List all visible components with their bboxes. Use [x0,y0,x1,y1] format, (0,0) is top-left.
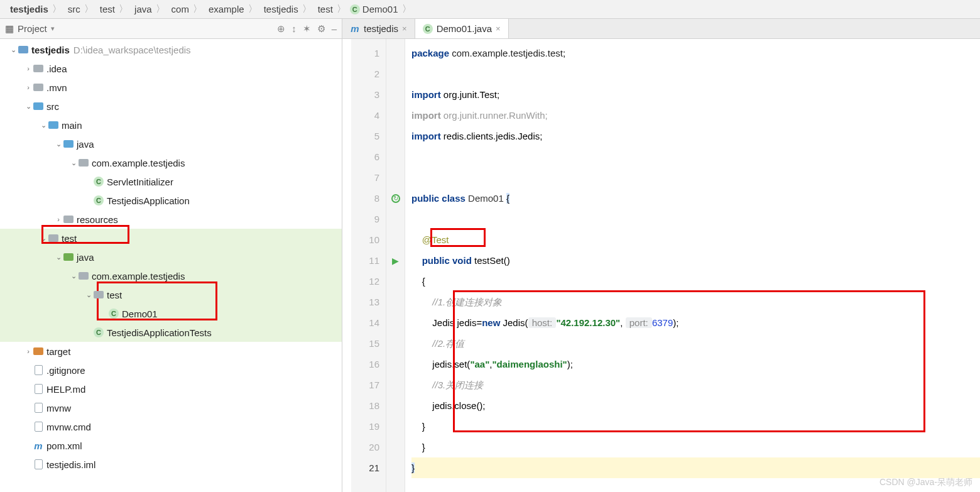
expand-icon[interactable]: › [24,84,33,91]
tree-label: java [77,139,94,150]
breadcrumb-item[interactable]: com [166,4,192,14]
expand-icon[interactable]: ⌄ [54,140,63,148]
line-number[interactable]: 19 [351,416,386,437]
tree-node[interactable]: ›target [0,342,342,361]
breadcrumb-label: testjedis [10,4,48,14]
tree-node[interactable]: ⌄src [0,97,342,116]
folder-icon [48,119,59,131]
tree-node[interactable]: .gitignore [0,361,342,380]
tree-label: testjedis.iml [46,459,95,470]
tree-node[interactable]: ⌄com.example.testjedis [0,153,342,172]
close-icon[interactable]: × [402,24,407,33]
tree-node[interactable]: HELP.md [0,380,342,398]
expand-icon[interactable]: › [54,216,63,223]
tree-node[interactable]: ›resources [0,210,342,229]
breadcrumb-item[interactable]: testjedis [259,4,301,14]
line-number[interactable]: 16 [351,354,386,374]
line-number[interactable]: 5 [351,126,386,146]
tree-label: mvnw.cmd [46,422,91,432]
tree-node[interactable]: ›.idea [0,59,342,78]
code-editor[interactable]: 123456789101112131415161718192021 ↻▶ pac… [342,39,980,492]
tree-node[interactable]: mvnw [0,398,342,417]
toolbar-action[interactable]: – [332,23,337,35]
tree-node[interactable]: ⌄test [0,229,342,248]
line-number[interactable]: 6 [351,146,386,167]
chevron-right-icon: 〉 [301,3,313,15]
breadcrumb-item[interactable]: java [129,4,155,14]
tree-node[interactable]: ⌄main [0,116,342,134]
tree-node[interactable]: Demo01 [0,304,342,323]
line-number[interactable]: 13 [351,292,386,312]
close-icon[interactable]: × [496,24,501,33]
file-icon [33,383,44,395]
line-number[interactable]: 14 [351,312,386,333]
line-number[interactable]: 4 [351,105,386,126]
expand-icon[interactable]: ⌄ [24,102,33,111]
tree-label: Demo01 [122,309,158,319]
tree-node[interactable]: ServletInitializer [0,172,342,191]
breadcrumb-label: test [100,4,115,14]
line-number[interactable]: 10 [351,229,386,250]
tree-label: .mvn [46,82,67,93]
expand-icon[interactable]: ⌄ [39,121,48,129]
project-tree[interactable]: ⌄testjedisD:\idea_warkspace\testjedis›.i… [0,39,342,492]
folder-icon [48,232,59,244]
run-test-icon[interactable]: ▶ [386,250,405,271]
dropdown-icon[interactable]: ▾ [51,25,55,33]
expand-icon[interactable]: ⌄ [39,234,48,243]
line-number[interactable]: 17 [351,374,386,395]
tree-node[interactable]: ⌄com.example.testjedis [0,266,342,285]
breadcrumb-item[interactable]: test [95,4,117,14]
line-number[interactable]: 1 [351,43,386,63]
expand-icon[interactable]: ⌄ [84,291,93,299]
toolbar-action[interactable]: ↕ [291,23,297,35]
class-icon [93,195,104,206]
expand-icon[interactable]: › [24,65,33,72]
file-icon [33,459,44,470]
tree-node[interactable]: testjedis.iml [0,455,342,474]
run-class-icon[interactable]: ↻ [386,188,405,209]
line-number[interactable]: 2 [351,63,386,84]
line-number[interactable]: 18 [351,395,386,416]
tree-meta: D:\idea_warkspace\testjedis [74,45,191,55]
line-number[interactable]: 20 [351,437,386,457]
editor-tab[interactable]: Demo01.java× [415,19,509,38]
tree-node[interactable]: ⌄testjedisD:\idea_warkspace\testjedis [0,40,342,59]
line-number[interactable]: 12 [351,271,386,292]
breadcrumb-item[interactable]: testjedis [5,4,51,14]
line-number[interactable]: 3 [351,84,386,105]
expand-icon[interactable]: ⌄ [9,46,18,54]
folder-icon [63,214,74,225]
line-number[interactable]: 7 [351,167,386,188]
expand-icon[interactable]: ⌄ [54,253,63,261]
tree-node[interactable]: TestjedisApplicationTests [0,323,342,342]
toolbar-action[interactable]: ✶ [303,23,311,35]
tab-label: Demo01.java [437,23,492,34]
line-number[interactable]: 21 [351,457,386,478]
breadcrumb-item[interactable]: test [313,4,335,14]
breadcrumb-item[interactable]: Demo01 [347,4,401,14]
toolbar-action[interactable]: ⊕ [277,23,285,35]
breadcrumb-item[interactable]: example [204,4,247,14]
toolbar-action[interactable]: ⚙ [317,23,325,35]
editor-tab[interactable]: testjedis× [342,19,415,38]
expand-icon[interactable]: ⌄ [69,272,78,280]
tree-label: src [46,101,59,112]
line-number[interactable]: 8 [351,188,386,209]
breadcrumb-item[interactable]: src [63,4,83,14]
line-number[interactable]: 15 [351,333,386,354]
tree-node[interactable]: pom.xml [0,436,342,455]
tree-node[interactable]: ›.mvn [0,78,342,97]
line-number[interactable]: 11 [351,250,386,271]
tree-node[interactable]: mvnw.cmd [0,417,342,436]
tree-node[interactable]: ⌄test [0,285,342,304]
watermark: CSDN @Java-呆萌老师 [879,477,972,488]
tree-node[interactable]: ⌄java [0,134,342,153]
line-number[interactable]: 9 [351,209,386,229]
class-icon [93,176,104,187]
expand-icon[interactable]: › [24,347,33,355]
tree-node[interactable]: ⌄java [0,248,342,266]
tree-label: pom.xml [46,440,82,451]
expand-icon[interactable]: ⌄ [69,159,78,167]
tree-node[interactable]: TestjedisApplication [0,191,342,210]
